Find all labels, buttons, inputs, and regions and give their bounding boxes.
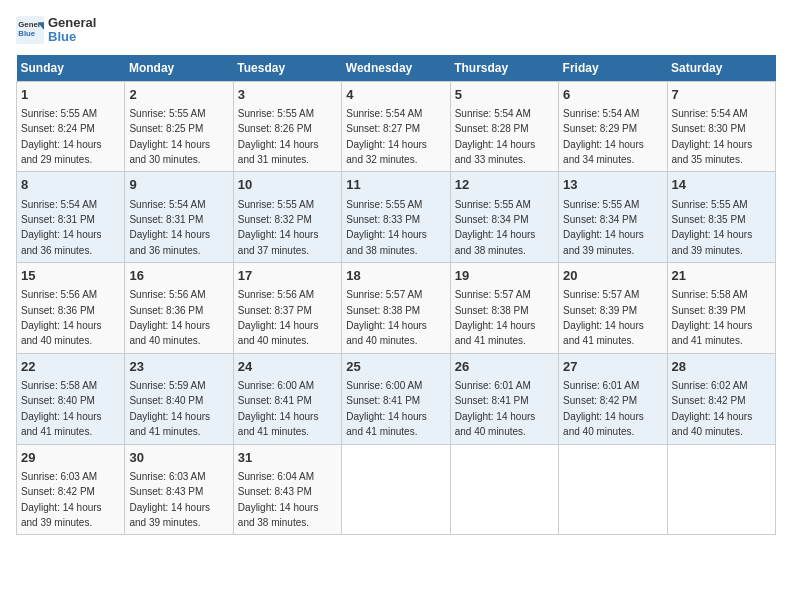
calendar-cell: 21 Sunrise: 5:58 AMSunset: 8:39 PMDaylig…: [667, 263, 775, 354]
column-header-wednesday: Wednesday: [342, 55, 450, 82]
calendar-week-row: 8 Sunrise: 5:54 AMSunset: 8:31 PMDayligh…: [17, 172, 776, 263]
day-number: 15: [21, 267, 120, 285]
calendar-cell: 29 Sunrise: 6:03 AMSunset: 8:42 PMDaylig…: [17, 444, 125, 535]
day-number: 19: [455, 267, 554, 285]
day-info: Sunrise: 5:55 AMSunset: 8:32 PMDaylight:…: [238, 199, 319, 256]
calendar-cell: 5 Sunrise: 5:54 AMSunset: 8:28 PMDayligh…: [450, 81, 558, 172]
day-info: Sunrise: 6:00 AMSunset: 8:41 PMDaylight:…: [346, 380, 427, 437]
day-info: Sunrise: 5:55 AMSunset: 8:25 PMDaylight:…: [129, 108, 210, 165]
calendar-cell: 30 Sunrise: 6:03 AMSunset: 8:43 PMDaylig…: [125, 444, 233, 535]
column-header-monday: Monday: [125, 55, 233, 82]
calendar-cell: 24 Sunrise: 6:00 AMSunset: 8:41 PMDaylig…: [233, 353, 341, 444]
column-header-tuesday: Tuesday: [233, 55, 341, 82]
calendar-cell: 20 Sunrise: 5:57 AMSunset: 8:39 PMDaylig…: [559, 263, 667, 354]
page-header: General Blue GeneralBlue: [16, 16, 776, 45]
day-info: Sunrise: 5:55 AMSunset: 8:33 PMDaylight:…: [346, 199, 427, 256]
calendar-cell: 28 Sunrise: 6:02 AMSunset: 8:42 PMDaylig…: [667, 353, 775, 444]
day-info: Sunrise: 6:01 AMSunset: 8:42 PMDaylight:…: [563, 380, 644, 437]
empty-cell: [559, 444, 667, 535]
column-header-thursday: Thursday: [450, 55, 558, 82]
calendar-cell: 17 Sunrise: 5:56 AMSunset: 8:37 PMDaylig…: [233, 263, 341, 354]
day-info: Sunrise: 6:00 AMSunset: 8:41 PMDaylight:…: [238, 380, 319, 437]
day-number: 27: [563, 358, 662, 376]
calendar-cell: 8 Sunrise: 5:54 AMSunset: 8:31 PMDayligh…: [17, 172, 125, 263]
calendar-table: SundayMondayTuesdayWednesdayThursdayFrid…: [16, 55, 776, 536]
day-number: 20: [563, 267, 662, 285]
day-number: 25: [346, 358, 445, 376]
calendar-cell: 12 Sunrise: 5:55 AMSunset: 8:34 PMDaylig…: [450, 172, 558, 263]
calendar-cell: 15 Sunrise: 5:56 AMSunset: 8:36 PMDaylig…: [17, 263, 125, 354]
day-info: Sunrise: 5:56 AMSunset: 8:36 PMDaylight:…: [21, 289, 102, 346]
column-header-saturday: Saturday: [667, 55, 775, 82]
day-number: 14: [672, 176, 771, 194]
day-number: 11: [346, 176, 445, 194]
calendar-cell: 11 Sunrise: 5:55 AMSunset: 8:33 PMDaylig…: [342, 172, 450, 263]
day-info: Sunrise: 5:58 AMSunset: 8:39 PMDaylight:…: [672, 289, 753, 346]
calendar-week-row: 29 Sunrise: 6:03 AMSunset: 8:42 PMDaylig…: [17, 444, 776, 535]
calendar-cell: 2 Sunrise: 5:55 AMSunset: 8:25 PMDayligh…: [125, 81, 233, 172]
day-info: Sunrise: 5:54 AMSunset: 8:28 PMDaylight:…: [455, 108, 536, 165]
calendar-cell: 14 Sunrise: 5:55 AMSunset: 8:35 PMDaylig…: [667, 172, 775, 263]
calendar-cell: 27 Sunrise: 6:01 AMSunset: 8:42 PMDaylig…: [559, 353, 667, 444]
calendar-week-row: 15 Sunrise: 5:56 AMSunset: 8:36 PMDaylig…: [17, 263, 776, 354]
day-number: 3: [238, 86, 337, 104]
day-info: Sunrise: 5:57 AMSunset: 8:38 PMDaylight:…: [346, 289, 427, 346]
calendar-cell: 13 Sunrise: 5:55 AMSunset: 8:34 PMDaylig…: [559, 172, 667, 263]
column-header-friday: Friday: [559, 55, 667, 82]
calendar-cell: 22 Sunrise: 5:58 AMSunset: 8:40 PMDaylig…: [17, 353, 125, 444]
day-number: 22: [21, 358, 120, 376]
calendar-body: 1 Sunrise: 5:55 AMSunset: 8:24 PMDayligh…: [17, 81, 776, 535]
day-info: Sunrise: 5:57 AMSunset: 8:38 PMDaylight:…: [455, 289, 536, 346]
day-info: Sunrise: 5:55 AMSunset: 8:34 PMDaylight:…: [455, 199, 536, 256]
day-number: 7: [672, 86, 771, 104]
calendar-cell: 4 Sunrise: 5:54 AMSunset: 8:27 PMDayligh…: [342, 81, 450, 172]
day-info: Sunrise: 5:56 AMSunset: 8:37 PMDaylight:…: [238, 289, 319, 346]
day-number: 24: [238, 358, 337, 376]
day-number: 31: [238, 449, 337, 467]
empty-cell: [667, 444, 775, 535]
day-number: 12: [455, 176, 554, 194]
calendar-cell: 19 Sunrise: 5:57 AMSunset: 8:38 PMDaylig…: [450, 263, 558, 354]
day-number: 21: [672, 267, 771, 285]
calendar-header-row: SundayMondayTuesdayWednesdayThursdayFrid…: [17, 55, 776, 82]
calendar-cell: 31 Sunrise: 6:04 AMSunset: 8:43 PMDaylig…: [233, 444, 341, 535]
calendar-cell: 25 Sunrise: 6:00 AMSunset: 8:41 PMDaylig…: [342, 353, 450, 444]
day-info: Sunrise: 6:02 AMSunset: 8:42 PMDaylight:…: [672, 380, 753, 437]
calendar-cell: 23 Sunrise: 5:59 AMSunset: 8:40 PMDaylig…: [125, 353, 233, 444]
day-info: Sunrise: 6:01 AMSunset: 8:41 PMDaylight:…: [455, 380, 536, 437]
calendar-cell: 1 Sunrise: 5:55 AMSunset: 8:24 PMDayligh…: [17, 81, 125, 172]
calendar-cell: 3 Sunrise: 5:55 AMSunset: 8:26 PMDayligh…: [233, 81, 341, 172]
day-number: 26: [455, 358, 554, 376]
day-number: 18: [346, 267, 445, 285]
day-number: 1: [21, 86, 120, 104]
day-info: Sunrise: 5:57 AMSunset: 8:39 PMDaylight:…: [563, 289, 644, 346]
svg-text:Blue: Blue: [18, 30, 36, 39]
day-info: Sunrise: 5:59 AMSunset: 8:40 PMDaylight:…: [129, 380, 210, 437]
day-number: 30: [129, 449, 228, 467]
day-info: Sunrise: 6:03 AMSunset: 8:42 PMDaylight:…: [21, 471, 102, 528]
day-number: 6: [563, 86, 662, 104]
calendar-week-row: 1 Sunrise: 5:55 AMSunset: 8:24 PMDayligh…: [17, 81, 776, 172]
day-number: 4: [346, 86, 445, 104]
day-info: Sunrise: 5:54 AMSunset: 8:29 PMDaylight:…: [563, 108, 644, 165]
day-info: Sunrise: 5:55 AMSunset: 8:34 PMDaylight:…: [563, 199, 644, 256]
calendar-cell: 10 Sunrise: 5:55 AMSunset: 8:32 PMDaylig…: [233, 172, 341, 263]
day-info: Sunrise: 6:04 AMSunset: 8:43 PMDaylight:…: [238, 471, 319, 528]
day-info: Sunrise: 5:54 AMSunset: 8:27 PMDaylight:…: [346, 108, 427, 165]
day-info: Sunrise: 5:55 AMSunset: 8:24 PMDaylight:…: [21, 108, 102, 165]
day-number: 9: [129, 176, 228, 194]
logo-icon: General Blue: [16, 16, 44, 44]
day-info: Sunrise: 5:56 AMSunset: 8:36 PMDaylight:…: [129, 289, 210, 346]
calendar-week-row: 22 Sunrise: 5:58 AMSunset: 8:40 PMDaylig…: [17, 353, 776, 444]
empty-cell: [450, 444, 558, 535]
day-info: Sunrise: 5:54 AMSunset: 8:30 PMDaylight:…: [672, 108, 753, 165]
day-info: Sunrise: 5:55 AMSunset: 8:26 PMDaylight:…: [238, 108, 319, 165]
column-header-sunday: Sunday: [17, 55, 125, 82]
logo: General Blue GeneralBlue: [16, 16, 96, 45]
day-number: 28: [672, 358, 771, 376]
calendar-cell: 7 Sunrise: 5:54 AMSunset: 8:30 PMDayligh…: [667, 81, 775, 172]
calendar-cell: 6 Sunrise: 5:54 AMSunset: 8:29 PMDayligh…: [559, 81, 667, 172]
calendar-cell: 9 Sunrise: 5:54 AMSunset: 8:31 PMDayligh…: [125, 172, 233, 263]
day-number: 29: [21, 449, 120, 467]
day-info: Sunrise: 5:58 AMSunset: 8:40 PMDaylight:…: [21, 380, 102, 437]
